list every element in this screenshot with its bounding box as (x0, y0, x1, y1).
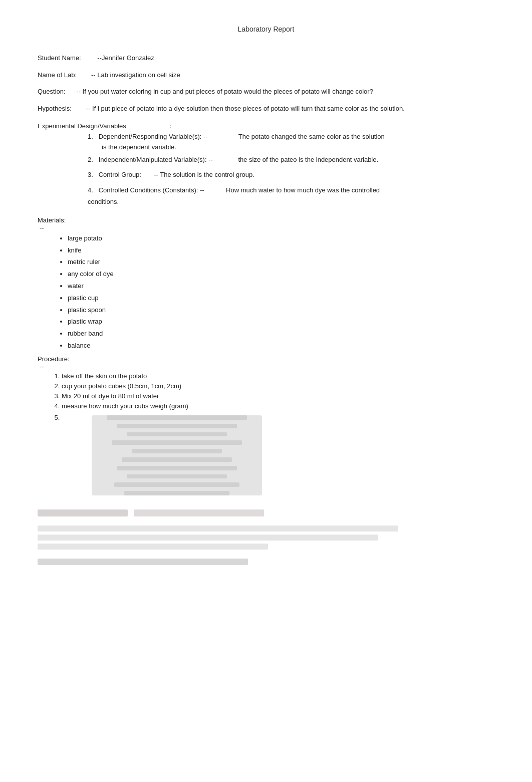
hypothesis-label: Hypothesis: (38, 105, 72, 112)
exp-item3-value: -- The solution is the control group. (154, 171, 254, 178)
experimental-item-1: 1. Dependent/Responding Variable(s): -- … (88, 132, 494, 153)
list-item: plastic spoon (68, 305, 494, 316)
exp-item4-cont: conditions. (88, 197, 494, 207)
procedure-list: take off the skin on the potato cup your… (62, 372, 494, 495)
exp-item1-value: The potato changed the same color as the… (238, 133, 385, 140)
procedure-heading: Procedure: (38, 355, 70, 363)
procedure-blurred-content (92, 415, 262, 495)
procedure-step-4: measure how much your cubs weigh (gram) (62, 402, 494, 410)
experimental-item-3: 3. Control Group: -- The solution is the… (88, 170, 494, 180)
procedure-step-5 (62, 414, 494, 495)
list-item: plastic wrap (68, 317, 494, 327)
experimental-item-4: 4. Controlled Conditions (Constants): --… (88, 185, 494, 207)
list-item: rubber band (68, 329, 494, 339)
hypothesis-text: -- If i put piece of potato into a dye s… (86, 105, 405, 112)
exp-item4-label: Controlled Conditions (Constants): -- (99, 186, 204, 194)
lab-name-label: Name of Lab: (38, 71, 77, 79)
list-item: metric ruler (68, 257, 494, 268)
experimental-section: Experimental Design/Variables : 1. Depen… (38, 122, 494, 207)
question-field: Question: -- If you put water coloring i… (38, 87, 494, 97)
exp-item2-label: Independent/Manipulated Variable(s): -- (99, 156, 213, 163)
list-item: large potato (68, 233, 494, 244)
exp-item3-label: Control Group: (99, 171, 141, 178)
lab-name-field: Name of Lab: -- Lab investigation on cel… (38, 70, 494, 80)
materials-section: Materials: -- large potato knife metric … (38, 216, 494, 351)
experimental-colon: : (169, 122, 171, 130)
exp-item1-label: Dependent/Responding Variable(s): -- (99, 133, 208, 140)
student-name-value: --Jennifer Gonzalez (97, 54, 154, 62)
materials-list: large potato knife metric ruler any colo… (68, 233, 494, 351)
experimental-item-2: 2. Independent/Manipulated Variable(s): … (88, 155, 494, 165)
list-item: water (68, 281, 494, 292)
procedure-step-3: Mix 20 ml of dye to 80 ml of water (62, 392, 494, 400)
list-item: balance (68, 341, 494, 351)
procedure-step-2: cup your potato cubes (0.5cm, 1cm, 2cm) (62, 382, 494, 390)
exp-item1-cont: is the dependent variable. (88, 142, 494, 153)
hypothesis-field: Hypothesis: -- If i put piece of potato … (38, 104, 494, 114)
materials-dash: -- (40, 224, 494, 231)
question-label: Question: (38, 88, 66, 95)
list-item: any color of dye (68, 269, 494, 280)
list-item: plastic cup (68, 293, 494, 304)
student-name-label: Student Name: (38, 54, 81, 62)
procedure-step-1: take off the skin on the potato (62, 372, 494, 380)
experimental-heading: Experimental Design/Variables (38, 122, 126, 130)
student-name-field: Student Name: --Jennifer Gonzalez (38, 53, 494, 63)
question-text: -- If you put water coloring in cup and … (76, 88, 373, 95)
procedure-dash: -- (40, 363, 494, 370)
page-title: Laboratory Report (38, 25, 494, 33)
exp-item4-value: How much water to how much dye was the c… (226, 186, 380, 194)
list-item: knife (68, 245, 494, 256)
procedure-section: Procedure: -- take off the skin on the p… (38, 355, 494, 495)
lab-name-value: -- Lab investigation on cell size (91, 71, 180, 79)
exp-item2-value: the size of the pateo is the independent… (238, 156, 378, 163)
blurred-section-2 (38, 559, 494, 565)
materials-heading: Materials: (38, 216, 66, 224)
blurred-section-1 (38, 509, 494, 550)
